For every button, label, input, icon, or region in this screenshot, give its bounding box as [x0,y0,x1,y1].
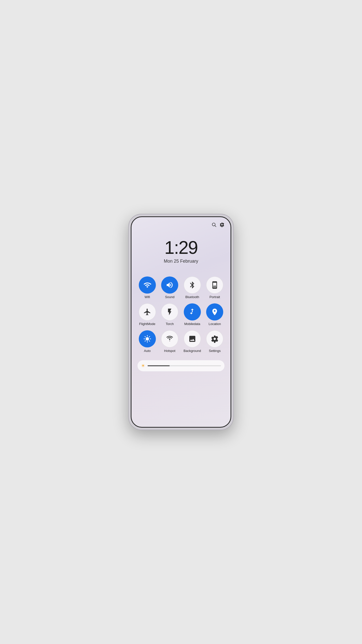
tile-background[interactable]: Background [183,330,202,353]
phone-screen: 1:29 Mon 25 February Wifi [131,216,231,428]
mobiledata-label: Mobiledata [184,322,200,326]
hotspot-label: Hotspot [164,349,175,353]
brightness-sun-icon: ☀ [141,363,145,369]
clock-area: 1:29 Mon 25 February [164,238,198,264]
svg-point-0 [212,223,215,226]
hotspot-icon [161,330,178,347]
tile-portrait[interactable]: Portrait [205,276,225,299]
background-icon [184,330,201,347]
auto-icon [139,330,156,347]
gear-icon[interactable] [219,222,224,228]
bluetooth-label: Bluetooth [185,295,199,299]
brightness-track [148,365,221,366]
search-icon[interactable] [211,222,216,228]
flightmode-label: FlightMode [139,322,155,326]
brightness-bar[interactable]: ☀ [138,360,224,371]
phone-frame: 1:29 Mon 25 February Wifi [128,214,234,430]
tile-auto[interactable]: Auto [138,330,157,353]
svg-line-1 [215,226,216,227]
auto-label: Auto [144,349,151,353]
clock-date: Mon 25 February [164,259,198,264]
tile-torch[interactable]: Torch [160,303,180,326]
portrait-label: Portrait [209,295,220,299]
tile-location[interactable]: Location [205,303,225,326]
sound-icon [161,276,178,294]
torch-icon [161,303,178,320]
airplane-icon [139,303,156,320]
sound-label: Sound [165,295,174,299]
top-bar [138,222,224,228]
settings-tile-icon [206,330,223,347]
brightness-fill [148,365,170,366]
tile-mobiledata[interactable]: Mobiledata [183,303,202,326]
bluetooth-icon [184,276,201,294]
wifi-label: Wifi [145,295,150,299]
settings-label: Settings [209,349,221,353]
tile-flightmode[interactable]: FlightMode [138,303,157,326]
clock-time: 1:29 [164,238,198,257]
tile-bluetooth[interactable]: Bluetooth [183,276,202,299]
background-label: Background [184,349,201,353]
tile-settings[interactable]: Settings [205,330,225,353]
mobiledata-icon [184,303,201,320]
screen-content: 1:29 Mon 25 February Wifi [131,217,231,427]
svg-point-2 [146,337,149,340]
torch-label: Torch [166,322,174,326]
portrait-icon [206,276,223,294]
wifi-icon [139,276,156,294]
tile-hotspot[interactable]: Hotspot [160,330,180,353]
tile-sound[interactable]: Sound [160,276,180,299]
location-label: Location [209,322,221,326]
tile-wifi[interactable]: Wifi [138,276,157,299]
quick-tiles-grid: Wifi Sound [138,276,224,353]
location-icon [206,303,223,320]
